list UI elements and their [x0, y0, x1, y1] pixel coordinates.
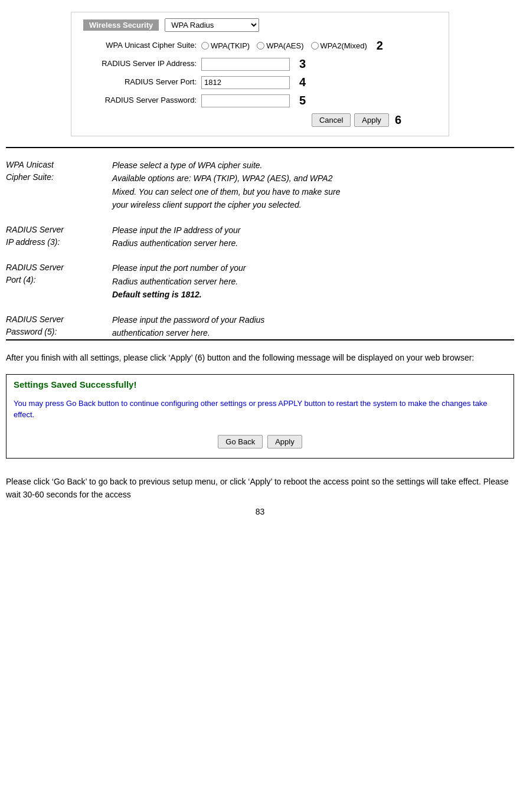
settings-saved-box: Settings Saved Successfully! You may pre… [6, 374, 514, 459]
desc-pw-section: RADIUS ServerPassword (5): Please input … [6, 313, 514, 340]
desc-ip-term: RADIUS ServerIP address (3): [6, 224, 112, 250]
cipher-aes-radio[interactable] [257, 42, 264, 50]
section-label: Wireless Security [83, 19, 159, 31]
desc-ip-def: Please input the IP address of your Radi… [112, 224, 514, 250]
desc-cipher-term: WPA UnicastCipher Suite: [6, 159, 112, 212]
radius-ip-row: RADIUS Server IP Address: 3 [83, 57, 437, 71]
cipher-mixed-label: WPA2(Mixed) [320, 41, 367, 50]
security-mode-select[interactable]: WPA Radius WPA Personal WPA2 Personal WP… [165, 18, 259, 32]
config-panel: Wireless Security WPA Radius WPA Persona… [71, 12, 449, 136]
radius-port-label: RADIUS Server Port: [83, 77, 201, 87]
goback-button[interactable]: Go Back [218, 435, 263, 448]
desc-port-default: Default setting is 1812. [112, 290, 202, 299]
radius-pw-controls: 5 [201, 94, 437, 107]
cancel-button[interactable]: Cancel [312, 113, 351, 127]
radius-ip-input[interactable] [201, 58, 290, 71]
radius-ip-label: RADIUS Server IP Address: [83, 59, 201, 69]
panel-button-row: Cancel Apply 6 [83, 113, 437, 127]
desc-port-term: RADIUS ServerPort (4): [6, 261, 112, 301]
cipher-suite-controls: WPA(TKIP) WPA(AES) WPA2(Mixed) 2 [201, 39, 437, 53]
desc-pw-def: Please input the password of your Radius… [112, 313, 514, 340]
radius-pw-row: RADIUS Server Password: 5 [83, 94, 437, 107]
radius-ip-controls: 3 [201, 57, 437, 71]
config-title-bar: Wireless Security WPA Radius WPA Persona… [83, 18, 437, 32]
radius-port-row: RADIUS Server Port: 4 [83, 76, 437, 89]
cipher-tkip-option[interactable]: WPA(TKIP) [201, 41, 250, 50]
top-divider [6, 147, 514, 148]
desc-port-section: RADIUS ServerPort (4): Please input the … [6, 261, 514, 301]
radius-pw-input[interactable] [201, 94, 290, 107]
footer-text: Please click ‘Go Back’ to go back to pre… [6, 475, 514, 502]
cipher-suite-row: WPA Unicast Cipher Suite: WPA(TKIP) WPA(… [83, 39, 437, 53]
radius-pw-step-num: 5 [299, 94, 306, 107]
desc-ip-section: RADIUS ServerIP address (3): Please inpu… [6, 224, 514, 250]
radius-port-step-num: 4 [299, 76, 306, 89]
goback-apply-row: Go Back Apply [14, 430, 506, 453]
apply-button[interactable]: Apply [354, 113, 389, 127]
cipher-aes-option[interactable]: WPA(AES) [257, 41, 303, 50]
cipher-step-num: 2 [377, 39, 383, 53]
settings-saved-body: You may press Go Back button to continue… [14, 398, 506, 421]
cipher-suite-label: WPA Unicast Cipher Suite: [83, 41, 201, 51]
radius-pw-label: RADIUS Server Password: [83, 96, 201, 106]
cipher-radio-group: WPA(TKIP) WPA(AES) WPA2(Mixed) [201, 41, 367, 50]
apply-step-num: 6 [395, 113, 401, 127]
body-text: After you finish with all settings, plea… [6, 351, 514, 364]
radius-ip-step-num: 3 [299, 57, 306, 71]
apply-bottom-button[interactable]: Apply [267, 435, 302, 448]
settings-saved-title: Settings Saved Successfully! [14, 379, 506, 389]
cipher-aes-label: WPA(AES) [266, 41, 303, 50]
desc-port-def: Please input the port number of your Rad… [112, 261, 514, 301]
radius-port-controls: 4 [201, 76, 437, 89]
cipher-tkip-radio[interactable] [201, 42, 209, 50]
desc-cipher-section: WPA UnicastCipher Suite: Please select a… [6, 159, 514, 212]
page-number: 83 [0, 507, 520, 516]
footer-text-content: Please click ‘Go Back’ to go back to pre… [6, 477, 509, 499]
desc-cipher-def: Please select a type of WPA cipher suite… [112, 159, 514, 212]
cipher-mixed-radio[interactable] [311, 42, 319, 50]
bottom-divider [6, 339, 514, 340]
cipher-mixed-option[interactable]: WPA2(Mixed) [311, 41, 367, 50]
body-text-content: After you finish with all settings, plea… [6, 353, 474, 362]
radius-port-input[interactable] [201, 76, 290, 89]
cipher-tkip-label: WPA(TKIP) [211, 41, 250, 50]
desc-pw-term: RADIUS ServerPassword (5): [6, 313, 112, 340]
